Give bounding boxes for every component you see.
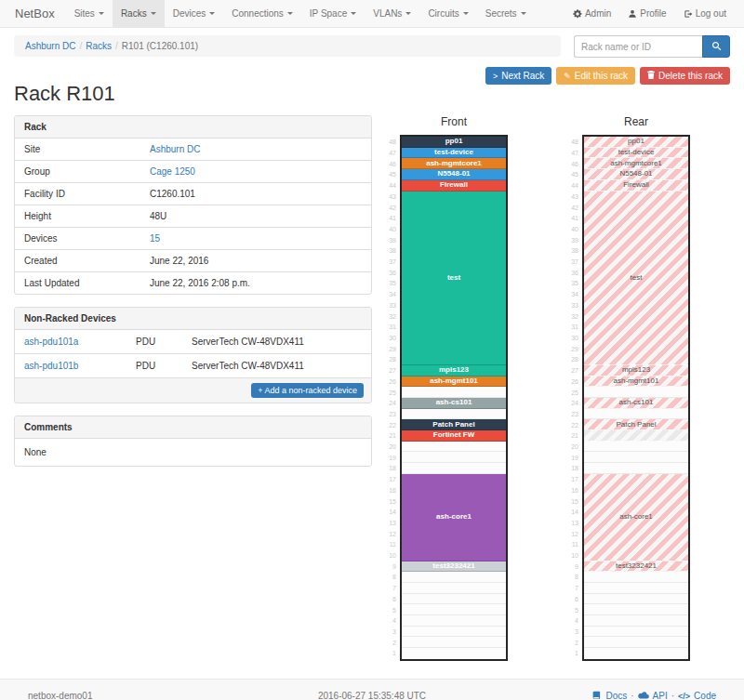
- unit-number: 6: [385, 594, 400, 605]
- rack-unit-N5548-01[interactable]: N5548-01: [584, 169, 688, 180]
- chevron-down-icon: [463, 12, 469, 15]
- rack-unit-Firewall[interactable]: Firewall: [402, 180, 506, 192]
- nav-vlans[interactable]: VLANs: [365, 0, 419, 27]
- site-link[interactable]: Ashburn DC: [150, 144, 200, 154]
- cloud-icon: [638, 691, 649, 700]
- nav-admin[interactable]: Admin: [565, 0, 619, 27]
- rack-unit-ash-cs101[interactable]: ash-cs101: [584, 398, 688, 409]
- unit-number: 11: [385, 539, 400, 550]
- rack-unit-ash-mgmt101[interactable]: ash-mgmt101: [584, 376, 688, 388]
- unit-number: 27: [385, 365, 400, 376]
- unit-number: 3: [385, 627, 400, 638]
- pencil-icon: ✎: [564, 72, 571, 81]
- rack-unit-empty: [584, 648, 688, 659]
- rack-unit-empty: [402, 442, 506, 453]
- unit-number: 47: [567, 148, 582, 159]
- rack-unit-test-device[interactable]: test-device: [402, 148, 506, 159]
- rack-unit-test-device[interactable]: test-device: [584, 148, 688, 159]
- breadcrumb-racks[interactable]: Racks: [86, 41, 112, 51]
- rack-unit-ash-core1[interactable]: ash-core1: [584, 474, 688, 561]
- unit-number: 47: [385, 148, 400, 159]
- search-input[interactable]: [574, 35, 702, 58]
- nav-racks[interactable]: Racks: [113, 0, 165, 27]
- api-link[interactable]: API: [653, 691, 668, 700]
- breadcrumb: Ashburn DC/Racks/R101 (C1260.101): [14, 35, 561, 57]
- rack-unit-test[interactable]: test: [584, 192, 688, 365]
- front-rack: pp01test-deviceash-mgmtcore1N5548-01Fire…: [400, 135, 508, 661]
- device-link[interactable]: ash-pdu101a: [24, 337, 78, 347]
- breadcrumb-site[interactable]: Ashburn DC: [25, 41, 75, 51]
- nav-connections[interactable]: Connections: [223, 0, 301, 27]
- unit-number: 10: [385, 550, 400, 561]
- device-type: PDU: [126, 353, 182, 377]
- logout-icon: [684, 9, 693, 19]
- table-row: Height48U: [15, 205, 371, 228]
- rack-unit-test[interactable]: test: [402, 192, 506, 365]
- rack-unit-ash-cs101[interactable]: ash-cs101: [402, 398, 506, 409]
- rack-unit-empty: [402, 637, 506, 648]
- unit-number: 2: [385, 637, 400, 648]
- unit-number: 21: [385, 430, 400, 442]
- unit-number: 31: [567, 322, 582, 333]
- unit-number: 23: [567, 409, 582, 420]
- rack-unit-ash-core1[interactable]: ash-core1: [402, 474, 506, 561]
- group-link[interactable]: Cage 1250: [150, 166, 195, 177]
- rack-unit-test3232421[interactable]: test3232421: [402, 561, 506, 573]
- front-elevation: Front 4847464544434241403938373635343332…: [385, 115, 508, 661]
- rack-unit-mpls123[interactable]: mpls123: [402, 365, 506, 376]
- rack-unit-N5548-01[interactable]: N5548-01: [402, 169, 506, 180]
- device-link[interactable]: ash-pdu101b: [24, 361, 78, 371]
- code-link[interactable]: Code: [694, 691, 716, 700]
- rack-unit-ash-mgmtcore1[interactable]: ash-mgmtcore1: [402, 158, 506, 169]
- rack-unit-Firewall[interactable]: Firewall: [584, 180, 688, 192]
- chevron-down-icon: [521, 12, 526, 15]
- nav-profile[interactable]: Profile: [619, 0, 674, 27]
- unit-number: 33: [567, 300, 582, 311]
- rack-unit-ash-mgmt101[interactable]: ash-mgmt101: [402, 376, 506, 388]
- unit-number: 42: [385, 202, 400, 213]
- rack-unit-Fortinet FW[interactable]: Fortinet FW: [402, 430, 506, 442]
- rack-unit-ash-mgmtcore1[interactable]: ash-mgmtcore1: [584, 158, 688, 169]
- devices-count-link[interactable]: 15: [150, 233, 160, 244]
- brand-netbox[interactable]: NetBox: [9, 0, 66, 27]
- unit-number: 44: [567, 180, 582, 192]
- rack-unit-mpls123[interactable]: mpls123: [584, 365, 688, 376]
- unit-number: 3: [567, 627, 582, 638]
- comments-body: None: [15, 439, 371, 466]
- breadcrumb-current: R101 (C1260.101): [122, 41, 198, 51]
- rack-unit-empty: [402, 615, 506, 627]
- edit-rack-button[interactable]: ✎Edit this rack: [556, 67, 635, 85]
- unit-number: 26: [385, 376, 400, 387]
- nav-secrets[interactable]: Secrets: [477, 0, 535, 27]
- docs-link[interactable]: Docs: [605, 691, 627, 700]
- nav-logout[interactable]: Log out: [675, 0, 735, 27]
- chevron-down-icon: [209, 12, 215, 15]
- rack-unit-pp01[interactable]: pp01: [402, 137, 506, 148]
- nav-devices[interactable]: Devices: [165, 0, 224, 27]
- unit-number: 25: [385, 387, 400, 398]
- rack-unit-Patch Panel[interactable]: Patch Panel: [584, 419, 688, 430]
- add-non-racked-device-button[interactable]: + Add a non-racked device: [251, 383, 364, 398]
- rack-unit-test3232421[interactable]: test3232421: [584, 561, 688, 573]
- delete-rack-button[interactable]: Delete this rack: [640, 67, 730, 85]
- nav-circuits[interactable]: Circuits: [419, 0, 476, 27]
- unit-number: 46: [385, 158, 400, 169]
- chevron-down-icon: [287, 12, 293, 15]
- rear-elevation-title: Rear: [582, 115, 690, 128]
- table-row: ash-pdu101b PDU ServerTech CW-48VDX411: [15, 353, 371, 377]
- nav-sites[interactable]: Sites: [66, 0, 113, 27]
- unit-number: 18: [567, 463, 582, 474]
- unit-number: 33: [385, 300, 400, 311]
- next-rack-button[interactable]: >Next Rack: [485, 67, 551, 85]
- search-button[interactable]: [702, 35, 730, 58]
- nav-ip-space[interactable]: IP Space: [301, 0, 365, 27]
- rack-unit-pp01[interactable]: pp01: [584, 137, 688, 148]
- unit-number: 1: [567, 648, 582, 659]
- rack-unit-Patch Panel[interactable]: Patch Panel: [402, 419, 506, 430]
- unit-number: 36: [385, 267, 400, 278]
- unit-number: 35: [385, 278, 400, 289]
- unit-number: 31: [385, 322, 400, 333]
- unit-number: 29: [567, 343, 582, 354]
- unit-number: 20: [385, 442, 400, 453]
- chevron-down-icon: [151, 12, 156, 15]
